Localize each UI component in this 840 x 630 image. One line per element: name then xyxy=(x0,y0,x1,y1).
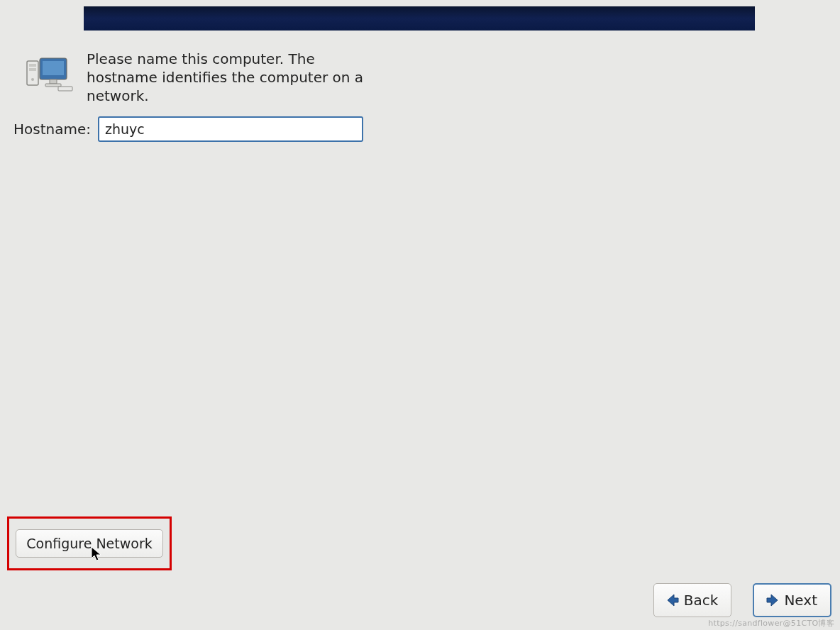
next-button-label: Next xyxy=(784,592,817,609)
next-button[interactable]: Next xyxy=(753,583,831,617)
arrow-left-icon xyxy=(664,592,681,609)
description-row: Please name this computer. The hostname … xyxy=(26,50,451,105)
hostname-row: Hostname: xyxy=(13,116,363,142)
configure-network-highlight: Configure Network xyxy=(7,516,172,570)
svg-rect-5 xyxy=(43,61,64,75)
header-banner xyxy=(84,6,755,31)
configure-network-button[interactable]: Configure Network xyxy=(16,529,163,558)
svg-rect-7 xyxy=(45,84,61,87)
hostname-label: Hostname: xyxy=(13,121,91,138)
svg-rect-8 xyxy=(58,87,72,91)
watermark-text: https://sandflower@51CTO博客 xyxy=(708,618,834,629)
svg-rect-6 xyxy=(50,79,57,84)
nav-buttons: Back Next xyxy=(653,583,831,617)
svg-rect-2 xyxy=(29,68,36,71)
back-button[interactable]: Back xyxy=(653,583,732,617)
description-text: Please name this computer. The hostname … xyxy=(87,50,370,105)
hostname-input[interactable] xyxy=(98,116,363,142)
svg-point-3 xyxy=(31,78,34,81)
back-button-label: Back xyxy=(684,592,719,609)
svg-rect-1 xyxy=(29,64,36,67)
computer-network-icon xyxy=(26,57,74,92)
arrow-right-icon xyxy=(764,592,781,609)
